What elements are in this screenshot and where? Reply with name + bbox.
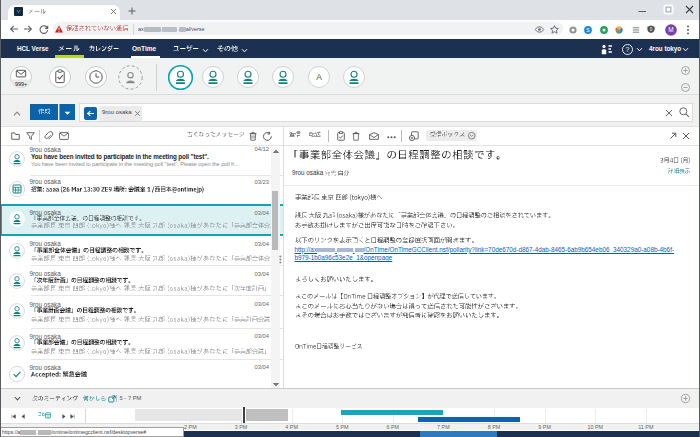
svg-text:0: 0 [650,27,653,32]
svg-text:M: M [668,26,673,33]
svg-text:A: A [316,72,322,82]
svg-text:999+: 999+ [15,81,27,87]
svg-text:?: ? [626,46,630,53]
